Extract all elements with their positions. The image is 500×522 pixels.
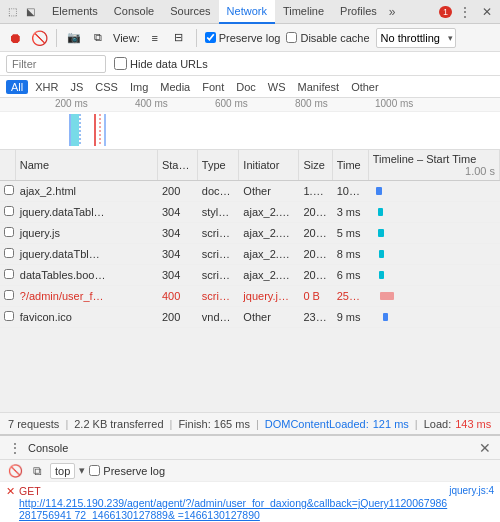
cell-status: 304	[157, 265, 197, 286]
console-drag-icon[interactable]: ⋮	[6, 439, 24, 457]
transferred-size: 2.2 KB transferred	[74, 418, 163, 430]
console-close-button[interactable]: ✕	[476, 439, 494, 457]
camera-icon[interactable]: 📷	[65, 29, 83, 47]
table-row[interactable]: ?/admin/user_f… 400 scri… jquery.js… 0 B…	[0, 286, 500, 307]
row-checkbox[interactable]	[4, 269, 14, 279]
row-checkbox[interactable]	[4, 206, 14, 216]
cell-timeline	[368, 244, 499, 265]
cell-initiator: ajax_2.h…	[239, 202, 299, 223]
type-filter-manifest[interactable]: Manifest	[293, 80, 345, 94]
console-source-link[interactable]: jquery.js:4	[449, 485, 494, 496]
preserve-log-checkbox[interactable]	[205, 32, 216, 43]
type-filter-ws[interactable]: WS	[263, 80, 291, 94]
col-header-timeline[interactable]: Timeline – Start Time 1.00 s	[368, 150, 499, 181]
type-filter-font[interactable]: Font	[197, 80, 229, 94]
cell-status: 304	[157, 202, 197, 223]
disable-cache-label[interactable]: Disable cache	[286, 32, 369, 44]
tab-timeline[interactable]: Timeline	[275, 0, 332, 24]
filter-icon[interactable]: ⧉	[89, 29, 107, 47]
table-row[interactable]: favicon.ico 200 vnd… Other 236… 9 ms	[0, 307, 500, 328]
col-header-time[interactable]: Time	[332, 150, 368, 181]
network-table-wrapper: Name Sta… Type Initiator Size Time Timel…	[0, 150, 500, 412]
finish-time: Finish: 165 ms	[178, 418, 250, 430]
cell-timeline	[368, 202, 499, 223]
col-header-type[interactable]: Type	[197, 150, 239, 181]
type-filter-css[interactable]: CSS	[90, 80, 123, 94]
table-row[interactable]: dataTables.boo… 304 scri… ajax_2.h… 204……	[0, 265, 500, 286]
type-filter-doc[interactable]: Doc	[231, 80, 261, 94]
throttle-wrapper: No throttling ▾	[376, 28, 456, 48]
row-checkbox[interactable]	[4, 311, 14, 321]
preserve-log-label[interactable]: Preserve log	[205, 32, 281, 44]
console-preserve-checkbox[interactable]	[89, 465, 100, 476]
cell-time: 5 ms	[332, 223, 368, 244]
cell-initiator: Other	[239, 307, 299, 328]
cell-timeline	[368, 223, 499, 244]
cell-name: jquery.js	[15, 223, 157, 244]
toolbar-separator-1	[56, 29, 57, 47]
type-filter-other[interactable]: Other	[346, 80, 384, 94]
table-row[interactable]: ajax_2.html 200 doc… Other 1.2… 10…	[0, 181, 500, 202]
table-row[interactable]: jquery.dataTabl… 304 styl… ajax_2.h… 204…	[0, 202, 500, 223]
type-filter-img[interactable]: Img	[125, 80, 153, 94]
col-header-size[interactable]: Size	[299, 150, 332, 181]
throttle-select[interactable]: No throttling	[376, 28, 456, 48]
row-checkbox[interactable]	[4, 290, 14, 300]
cell-size: 206…	[299, 244, 332, 265]
tab-profiles[interactable]: Profiles	[332, 0, 385, 24]
console-context-selector[interactable]: top	[50, 463, 75, 479]
table-row[interactable]: jquery.js 304 scri… ajax_2.h… 206… 5 ms	[0, 223, 500, 244]
console-preserve-label[interactable]: Preserve log	[89, 465, 165, 477]
type-filter-xhr[interactable]: XHR	[30, 80, 63, 94]
device-icon[interactable]: ⬕	[22, 4, 38, 20]
cell-name: jquery.dataTbl…	[15, 244, 157, 265]
cell-name: jquery.dataTabl…	[15, 202, 157, 223]
type-filter-media[interactable]: Media	[155, 80, 195, 94]
filter-input[interactable]	[6, 55, 106, 73]
console-error-url[interactable]: http://114.215.190.239/agent/agent/?/adm…	[19, 497, 447, 521]
col-header-initiator[interactable]: Initiator	[239, 150, 299, 181]
console-clear-icon[interactable]: 🚫	[6, 462, 24, 480]
col-header-status[interactable]: Sta…	[157, 150, 197, 181]
more-tabs-button[interactable]: »	[385, 5, 400, 19]
inspect-icon[interactable]: ⬚	[4, 4, 20, 20]
row-checkbox[interactable]	[4, 227, 14, 237]
console-dropdown-icon[interactable]: ▾	[79, 464, 85, 477]
table-row[interactable]: jquery.dataTbl… 304 scri… ajax_2.h… 206……	[0, 244, 500, 265]
ruler-mark-400: 400 ms	[135, 98, 168, 109]
stop-button[interactable]: 🚫	[30, 29, 48, 47]
cell-size: 1.2…	[299, 181, 332, 202]
console-title: Console	[28, 442, 68, 454]
col-header-name[interactable]: Name	[15, 150, 157, 181]
cell-initiator: jquery.js…	[239, 286, 299, 307]
console-content: ✕ GET http://114.215.190.239/agent/agent…	[0, 482, 500, 522]
tab-network[interactable]: Network	[219, 0, 275, 24]
group-view-icon[interactable]: ⊟	[170, 29, 188, 47]
disable-cache-checkbox[interactable]	[286, 32, 297, 43]
hide-data-urls-checkbox[interactable]	[114, 57, 127, 70]
close-icon[interactable]: ✕	[478, 3, 496, 21]
console-filter-icon[interactable]: ⧉	[28, 462, 46, 480]
timeline-ruler: 200 ms 400 ms 600 ms 800 ms 1000 ms	[0, 98, 500, 112]
toolbar-separator-2	[196, 29, 197, 47]
cell-name: dataTables.boo…	[15, 265, 157, 286]
top-right-icons: 1 ⋮ ✕	[437, 3, 496, 21]
tab-elements[interactable]: Elements	[44, 0, 106, 24]
row-checkbox[interactable]	[4, 185, 14, 195]
settings-icon[interactable]: ⋮	[456, 3, 474, 21]
cell-type: scri…	[197, 265, 239, 286]
ruler-mark-200: 200 ms	[55, 98, 88, 109]
tab-console[interactable]: Console	[106, 0, 162, 24]
tab-sources[interactable]: Sources	[162, 0, 218, 24]
hide-data-urls-label[interactable]: Hide data URLs	[114, 57, 208, 70]
console-method: GET	[19, 485, 41, 497]
record-button[interactable]: ⏺	[6, 29, 24, 47]
type-filters: All XHR JS CSS Img Media Font Doc WS Man…	[0, 76, 500, 98]
cell-size: 204…	[299, 265, 332, 286]
cell-status: 304	[157, 223, 197, 244]
type-filter-all[interactable]: All	[6, 80, 28, 94]
type-filter-js[interactable]: JS	[65, 80, 88, 94]
cell-time: 25…	[332, 286, 368, 307]
list-view-icon[interactable]: ≡	[146, 29, 164, 47]
row-checkbox[interactable]	[4, 248, 14, 258]
